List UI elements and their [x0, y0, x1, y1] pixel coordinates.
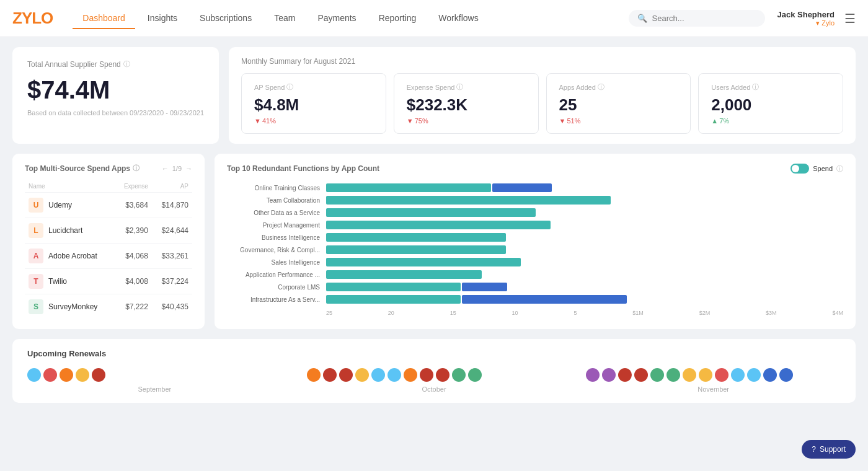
axis-label: $2M [699, 310, 711, 316]
renewal-dot[interactable] [339, 368, 353, 382]
renewals-dots [307, 368, 562, 382]
axis-label: $1M [632, 310, 644, 316]
renewal-dot[interactable] [602, 368, 616, 382]
nav-link-dashboard[interactable]: Dashboard [73, 8, 135, 29]
renewal-dot[interactable] [715, 368, 728, 382]
metric-value: $4.8M [254, 95, 373, 115]
logo[interactable]: ZYLO [12, 9, 53, 28]
renewal-dot[interactable] [468, 368, 482, 382]
col-expense: Expense [115, 180, 152, 193]
search-input[interactable] [652, 14, 756, 23]
table-row[interactable]: L Lucidchart $2,390 $24,644 [25, 218, 192, 244]
spend-info-icon[interactable]: ⓘ [123, 59, 130, 69]
bar-teal [326, 270, 482, 279]
prev-icon[interactable]: ← [162, 165, 169, 172]
nav-link-team[interactable]: Team [264, 8, 305, 29]
toggle-group[interactable]: Spend ⓘ [790, 164, 843, 174]
user-profile[interactable]: Jack Shepherd ▾ Zylo [777, 10, 835, 27]
renewal-dot[interactable] [355, 368, 369, 382]
metric-box: Expense Spend ⓘ $232.3K ▼ 75% [394, 73, 539, 134]
nav-link-insights[interactable]: Insights [138, 8, 187, 29]
metric-box: AP Spend ⓘ $4.8M ▼ 41% [241, 73, 386, 134]
renewal-dot[interactable] [420, 368, 433, 382]
bar-teal [326, 245, 506, 254]
chart-label: Online Training Classes [227, 185, 326, 191]
nav-link-payments[interactable]: Payments [308, 8, 366, 29]
chart-label: Project Management [227, 222, 326, 229]
panel-info-icon[interactable]: ⓘ [133, 164, 140, 173]
renewal-dot[interactable] [27, 368, 41, 382]
toggle-switch[interactable] [790, 164, 809, 174]
renewal-dot[interactable] [763, 368, 777, 382]
next-icon[interactable]: → [185, 165, 192, 172]
renewal-dot[interactable] [586, 368, 600, 382]
search-bar[interactable]: 🔍 [629, 10, 765, 27]
renewal-dot[interactable] [618, 368, 632, 382]
renewal-dot[interactable] [76, 368, 89, 382]
metric-change: ▲ 7% [711, 117, 830, 125]
nav-link-reporting[interactable]: Reporting [369, 8, 427, 29]
chart-row: Infrastructure As a Serv... [227, 295, 843, 304]
renewals-dots [27, 368, 282, 382]
table-row[interactable]: U Udemy $3,684 $14,870 [25, 193, 192, 218]
bar-teal [326, 196, 611, 205]
chart-row: Business Intelligence [227, 233, 843, 242]
app-name-cell: T Twilio [25, 269, 115, 294]
bar-blue [462, 295, 627, 304]
renewal-dot[interactable] [683, 368, 696, 382]
search-icon: 🔍 [637, 14, 647, 23]
renewal-dot[interactable] [666, 368, 680, 382]
axis-labels: 252015105$1M$2M$3M$4M [326, 310, 843, 316]
navbar: ZYLO DashboardInsightsSubscriptionsTeamP… [0, 0, 868, 37]
renewal-dot[interactable] [634, 368, 648, 382]
axis-label: 25 [326, 310, 332, 316]
table-row[interactable]: T Twilio $4,008 $37,224 [25, 269, 192, 294]
chart-row: Project Management [227, 221, 843, 229]
axis-label: $3M [766, 310, 777, 316]
metric-info-icon[interactable]: ⓘ [598, 82, 604, 92]
chart-bars [326, 270, 843, 279]
renewal-dot[interactable] [388, 368, 401, 382]
metric-value: 25 [559, 95, 678, 115]
renewals-month-label: November [586, 385, 841, 393]
renewal-dot[interactable] [43, 368, 57, 382]
panel-title: Top Multi-Source Spend Apps ⓘ [25, 164, 140, 173]
panel-nav[interactable]: ← 1/9 → [162, 165, 192, 172]
app-name-cell: A Adobe Acrobat [25, 244, 115, 269]
renewal-dot[interactable] [650, 368, 664, 382]
app-name-cell: U Udemy [25, 193, 115, 218]
metric-info-icon[interactable]: ⓘ [286, 82, 293, 92]
nav-link-workflows[interactable]: Workflows [428, 8, 488, 29]
renewal-dot[interactable] [699, 368, 712, 382]
bar-blue [462, 283, 507, 291]
redundant-header: Top 10 Redundant Functions by App Count … [227, 164, 843, 174]
chart-row: Sales Intelligence [227, 258, 843, 266]
app-expense: $4,068 [115, 244, 152, 269]
spend-value: $74.4M [27, 76, 204, 104]
metric-info-icon[interactable]: ⓘ [752, 82, 759, 92]
renewal-dot[interactable] [92, 368, 105, 382]
chart-label: Application Performance ... [227, 271, 326, 278]
renewal-dot[interactable] [323, 368, 337, 382]
chart-row: Governance, Risk & Compl... [227, 245, 843, 254]
app-name: Adobe Acrobat [48, 252, 97, 260]
renewal-dot[interactable] [307, 368, 321, 382]
renewal-dot[interactable] [747, 368, 761, 382]
renewal-dot[interactable] [404, 368, 417, 382]
hamburger-icon[interactable]: ☰ [844, 11, 856, 26]
chart-label: Team Collaboration [227, 197, 326, 204]
table-row[interactable]: A Adobe Acrobat $4,068 $33,261 [25, 244, 192, 269]
nav-link-subscriptions[interactable]: Subscriptions [190, 8, 262, 29]
renewal-dot[interactable] [436, 368, 450, 382]
chart-bars [326, 221, 843, 229]
renewal-dot[interactable] [452, 368, 466, 382]
renewal-dot[interactable] [779, 368, 793, 382]
table-row[interactable]: S SurveyMonkey $7,222 $40,435 [25, 294, 192, 320]
axis-label: 10 [512, 310, 518, 316]
app-icon: U [29, 198, 43, 213]
renewal-dot[interactable] [60, 368, 73, 382]
metric-info-icon[interactable]: ⓘ [456, 82, 463, 92]
renewal-dot[interactable] [371, 368, 385, 382]
redundant-info-icon[interactable]: ⓘ [836, 164, 843, 174]
renewal-dot[interactable] [731, 368, 745, 382]
